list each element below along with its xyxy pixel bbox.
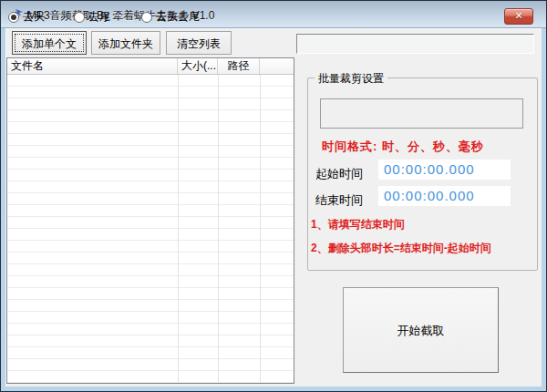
column-divider — [218, 75, 219, 383]
add-folder-button[interactable]: 添加文件夹 — [91, 31, 160, 55]
column-divider — [178, 75, 179, 383]
column-header-filename[interactable]: 文件名 — [7, 58, 178, 74]
close-button[interactable]: ✕ — [504, 8, 533, 25]
file-list-header: 文件名 大小(... 路径 — [7, 58, 294, 75]
radio-label: 去头去尾 — [156, 9, 200, 25]
end-time-input[interactable]: 00:00:00.000 — [378, 186, 511, 206]
column-header-path[interactable]: 路径 — [218, 58, 260, 74]
file-list[interactable]: 文件名 大小(... 路径 — [6, 57, 294, 384]
add-single-file-button[interactable]: 添加单个文件 — [12, 31, 87, 55]
column-header-extra[interactable] — [260, 58, 294, 74]
close-icon: ✕ — [514, 10, 522, 21]
radio-trim-head[interactable]: 去头 — [8, 9, 45, 25]
start-time-label: 起始时间 — [315, 166, 363, 182]
start-time-input[interactable]: 00:00:00.000 — [378, 160, 511, 180]
column-header-size[interactable]: 大小(... — [178, 58, 218, 74]
radio-label: 去尾 — [88, 9, 110, 25]
group-title: 批量裁剪设置 — [315, 71, 387, 87]
radio-trim-tail[interactable]: 去尾 — [74, 9, 110, 25]
file-list-body[interactable] — [7, 75, 294, 383]
column-divider — [260, 75, 261, 383]
radio-trim-head-tail[interactable]: 去头去尾 — [141, 9, 200, 25]
end-time-label: 结束时间 — [315, 192, 363, 209]
radio-icon — [8, 12, 19, 23]
start-capture-button[interactable]: 开始截取 — [343, 287, 499, 373]
radio-icon — [141, 12, 152, 23]
trim-mode-box — [320, 98, 523, 129]
radio-label: 去头 — [23, 9, 45, 25]
clear-list-button[interactable]: 清空列表 — [166, 31, 232, 55]
progress-status-box — [296, 34, 534, 54]
time-format-note: 时间格式: 时、分、秒、毫秒 — [322, 139, 484, 155]
app-window: MP3音频截取 By 牵着蜗牛去散步 V1.0 ✕ 添加单个文件 添加文件夹 清… — [0, 0, 547, 392]
instruction-note-1: 1、请填写结束时间 — [311, 217, 405, 232]
instruction-note-2: 2、删除头部时长=结束时间-起始时间 — [311, 241, 491, 256]
radio-icon — [74, 12, 85, 23]
